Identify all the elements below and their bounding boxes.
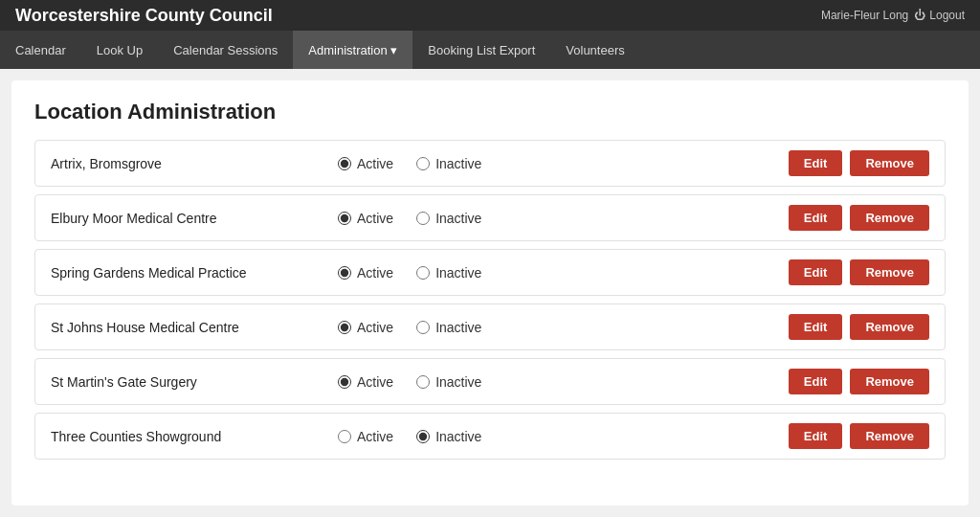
inactive-label: Inactive xyxy=(435,320,481,335)
active-radio[interactable] xyxy=(338,321,351,334)
inactive-radio[interactable] xyxy=(416,321,430,334)
status-radio-group: Active Inactive xyxy=(338,374,789,390)
action-buttons: Edit Remove xyxy=(789,205,929,231)
locations-list: Artrix, Bromsgrove Active Inactive Edit … xyxy=(34,140,946,460)
active-label: Active xyxy=(357,211,393,226)
active-radio[interactable] xyxy=(338,212,351,225)
navigation: Calendar Look Up Calendar Sessions Admin… xyxy=(0,31,980,69)
inactive-radio[interactable] xyxy=(416,430,430,443)
active-label: Active xyxy=(357,265,393,281)
location-name: Artrix, Bromsgrove xyxy=(51,156,338,171)
active-radio-label[interactable]: Active xyxy=(338,156,393,171)
nav-item-look-up[interactable]: Look Up xyxy=(81,31,158,69)
active-radio-label[interactable]: Active xyxy=(338,374,393,390)
edit-button[interactable]: Edit xyxy=(789,205,843,231)
active-label: Active xyxy=(357,156,393,171)
active-radio[interactable] xyxy=(338,430,351,443)
edit-button[interactable]: Edit xyxy=(789,423,843,449)
status-radio-group: Active Inactive xyxy=(338,156,789,171)
active-radio-label[interactable]: Active xyxy=(338,320,393,335)
inactive-radio-label[interactable]: Inactive xyxy=(416,320,481,335)
remove-button[interactable]: Remove xyxy=(850,150,929,176)
inactive-label: Inactive xyxy=(435,211,481,226)
inactive-label: Inactive xyxy=(435,265,481,281)
action-buttons: Edit Remove xyxy=(789,314,929,340)
inactive-radio-label[interactable]: Inactive xyxy=(416,211,481,226)
inactive-radio[interactable] xyxy=(416,266,430,280)
remove-button[interactable]: Remove xyxy=(850,205,929,231)
main-content: Location Administration Artrix, Bromsgro… xyxy=(11,80,969,506)
location-name: Three Counties Showground xyxy=(51,429,338,444)
location-row: Three Counties Showground Active Inactiv… xyxy=(34,413,946,460)
status-radio-group: Active Inactive xyxy=(338,320,789,335)
active-radio-label[interactable]: Active xyxy=(338,429,393,444)
location-row: St Martin's Gate Surgery Active Inactive… xyxy=(34,358,946,405)
nav-item-administration[interactable]: Administration ▾ xyxy=(293,31,412,69)
remove-button[interactable]: Remove xyxy=(850,423,929,449)
status-radio-group: Active Inactive xyxy=(338,211,789,226)
top-bar: Worcestershire County Council Marie-Fleu… xyxy=(0,0,980,31)
location-row: St Johns House Medical Centre Active Ina… xyxy=(34,303,946,350)
inactive-radio[interactable] xyxy=(416,157,430,170)
edit-button[interactable]: Edit xyxy=(789,259,843,285)
active-radio[interactable] xyxy=(338,157,351,170)
nav-item-volunteers[interactable]: Volunteers xyxy=(550,31,639,69)
remove-button[interactable]: Remove xyxy=(850,314,929,340)
status-radio-group: Active Inactive xyxy=(338,265,789,281)
location-row: Elbury Moor Medical Centre Active Inacti… xyxy=(34,194,946,241)
inactive-radio[interactable] xyxy=(416,375,430,389)
nav-item-booking-list-export[interactable]: Booking List Export xyxy=(412,31,550,69)
page-title: Location Administration xyxy=(34,100,946,124)
action-buttons: Edit Remove xyxy=(789,259,929,285)
active-label: Active xyxy=(357,429,393,444)
action-buttons: Edit Remove xyxy=(789,369,929,394)
edit-button[interactable]: Edit xyxy=(789,314,843,340)
username: Marie-Fleur Long xyxy=(821,9,908,22)
app-title: Worcestershire County Council xyxy=(15,6,273,26)
inactive-radio-label[interactable]: Inactive xyxy=(416,156,481,171)
location-row: Spring Gardens Medical Practice Active I… xyxy=(34,249,946,296)
inactive-radio[interactable] xyxy=(416,212,430,225)
logout-button[interactable]: ⏻ Logout xyxy=(914,9,965,22)
active-radio-label[interactable]: Active xyxy=(338,265,393,281)
action-buttons: Edit Remove xyxy=(789,150,929,176)
inactive-label: Inactive xyxy=(435,429,481,444)
active-radio[interactable] xyxy=(338,375,351,389)
nav-item-calendar[interactable]: Calendar xyxy=(0,31,81,69)
inactive-radio-label[interactable]: Inactive xyxy=(416,429,481,444)
location-name: Spring Gardens Medical Practice xyxy=(51,265,338,281)
inactive-label: Inactive xyxy=(435,156,481,171)
active-radio[interactable] xyxy=(338,266,351,280)
user-info: Marie-Fleur Long ⏻ Logout xyxy=(821,9,965,22)
action-buttons: Edit Remove xyxy=(789,423,929,449)
active-label: Active xyxy=(357,374,393,390)
active-radio-label[interactable]: Active xyxy=(338,211,393,226)
location-name: Elbury Moor Medical Centre xyxy=(51,211,338,226)
remove-button[interactable]: Remove xyxy=(850,259,929,285)
remove-button[interactable]: Remove xyxy=(850,369,929,394)
inactive-label: Inactive xyxy=(435,374,481,390)
active-label: Active xyxy=(357,320,393,335)
edit-button[interactable]: Edit xyxy=(789,369,843,394)
status-radio-group: Active Inactive xyxy=(338,429,789,444)
location-name: St Martin's Gate Surgery xyxy=(51,374,338,390)
inactive-radio-label[interactable]: Inactive xyxy=(416,265,481,281)
location-name: St Johns House Medical Centre xyxy=(51,320,338,335)
location-row: Artrix, Bromsgrove Active Inactive Edit … xyxy=(34,140,946,187)
edit-button[interactable]: Edit xyxy=(789,150,843,176)
inactive-radio-label[interactable]: Inactive xyxy=(416,374,481,390)
nav-item-calendar-sessions[interactable]: Calendar Sessions xyxy=(158,31,293,69)
